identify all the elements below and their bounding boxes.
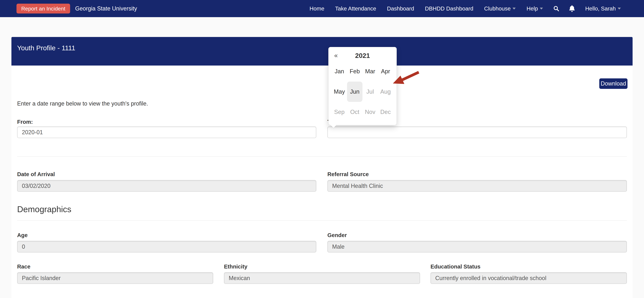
nav-help-dropdown[interactable]: Help (521, 6, 548, 12)
race-label: Race (17, 264, 30, 270)
ethnicity-input (224, 272, 420, 284)
month-may[interactable]: May (332, 82, 347, 102)
nav-clubhouse-dropdown[interactable]: Clubhouse (479, 6, 521, 12)
month-nov: Nov (362, 102, 378, 122)
gender-input (328, 241, 627, 252)
month-jan[interactable]: Jan (332, 61, 347, 82)
educational-status-label: Educational Status (430, 264, 480, 270)
date-of-arrival-input (17, 180, 316, 192)
month-sep: Sep (332, 102, 347, 122)
referral-source-label: Referral Source (328, 171, 369, 178)
from-label: From: (17, 119, 33, 125)
chevron-down-icon (512, 8, 516, 10)
nav-clubhouse-label: Clubhouse (484, 6, 510, 12)
chevron-down-icon (618, 8, 621, 10)
month-oct: Oct (347, 102, 362, 122)
red-annotation-arrow (384, 68, 422, 88)
nav-home[interactable]: Home (304, 6, 330, 12)
month-mar[interactable]: Mar (362, 61, 378, 82)
divider (17, 156, 627, 156)
page-title: Youth Profile - 1111 (17, 44, 627, 52)
educational-status-input (430, 272, 627, 284)
nav-dashboard[interactable]: Dashboard (382, 6, 420, 12)
report-incident-button[interactable]: Report an Incident (16, 4, 70, 14)
month-jun-selected[interactable]: Jun (347, 82, 362, 102)
demographics-heading: Demographics (17, 204, 72, 214)
profile-panel-heading: Youth Profile - 1111 (12, 37, 632, 66)
from-month-input[interactable] (17, 126, 316, 138)
date-of-arrival-label: Date of Arrival (17, 171, 55, 178)
bell-icon[interactable] (564, 5, 580, 12)
navbar-links: Home Take Attendance Dashboard DBHDD Das… (304, 5, 626, 12)
race-input (17, 272, 213, 284)
datepicker-year[interactable]: 2021 (328, 52, 396, 60)
search-icon[interactable] (548, 6, 564, 12)
month-feb[interactable]: Feb (347, 61, 362, 82)
user-menu-dropdown[interactable]: Hello, Sarah (580, 6, 626, 12)
referral-source-input (328, 180, 627, 192)
user-greeting: Hello, Sarah (585, 6, 616, 12)
chevron-down-icon (540, 8, 543, 10)
gender-label: Gender (328, 232, 347, 238)
month-dec: Dec (378, 102, 393, 122)
ethnicity-label: Ethnicity (224, 264, 248, 270)
age-label: Age (17, 232, 28, 238)
brand-title[interactable]: Georgia State University (75, 5, 137, 12)
month-jul: Jul (362, 82, 378, 102)
divider (17, 220, 627, 221)
to-month-input[interactable] (328, 126, 627, 138)
nav-help-label: Help (526, 6, 538, 12)
age-input (17, 241, 316, 252)
download-button[interactable]: Download (599, 78, 628, 89)
nav-take-attendance[interactable]: Take Attendance (330, 6, 382, 12)
intro-text: Enter a date range below to view the you… (17, 100, 148, 107)
nav-dbhdd-dashboard[interactable]: DBHDD Dashboard (420, 6, 479, 12)
top-navbar: Report an Incident Georgia State Univers… (0, 0, 644, 17)
